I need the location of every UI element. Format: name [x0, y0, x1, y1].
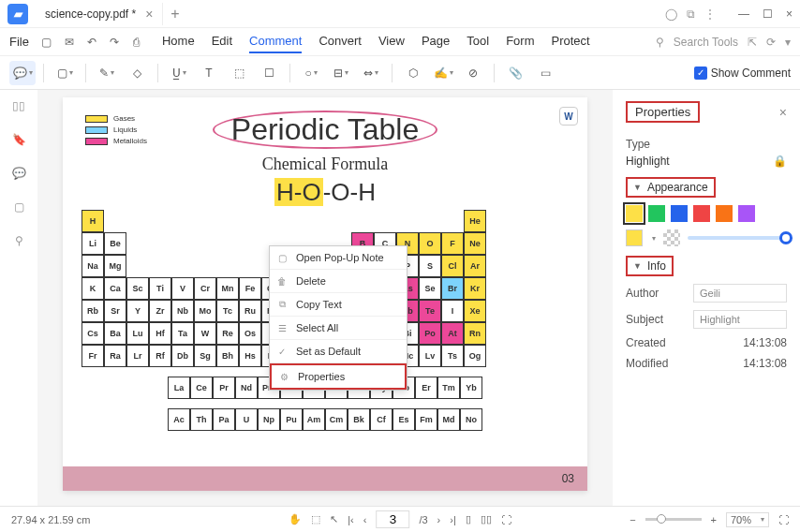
- thumbnails-icon[interactable]: ▯▯: [12, 99, 25, 112]
- attachment-icon[interactable]: ▢: [14, 200, 24, 214]
- annotation-icon[interactable]: 💬: [12, 167, 26, 180]
- bookmark-icon[interactable]: 🔖: [12, 133, 26, 146]
- stamp-tool-icon[interactable]: ⬡: [400, 61, 426, 85]
- document-area[interactable]: W Gases Liquids Metalloids Periodic Tabl…: [37, 90, 613, 513]
- cm-copy-text[interactable]: ⧉Copy Text: [270, 293, 407, 317]
- subject-input[interactable]: [693, 310, 787, 329]
- highlight-annotation[interactable]: H-O: [274, 178, 323, 206]
- tab-tool[interactable]: Tool: [467, 30, 489, 53]
- trash-icon: 🗑: [275, 274, 289, 288]
- info-header[interactable]: ▼Info: [626, 256, 674, 276]
- file-menu[interactable]: File: [9, 35, 29, 49]
- tab-edit[interactable]: Edit: [212, 30, 232, 53]
- tab-home[interactable]: Home: [162, 30, 195, 53]
- prev-page-icon[interactable]: ‹: [363, 514, 367, 525]
- color-yellow[interactable]: [626, 205, 643, 222]
- shape-tool-icon[interactable]: ○▾: [298, 61, 324, 85]
- slider-thumb[interactable]: [779, 231, 793, 244]
- link-tool-icon[interactable]: ⊘: [460, 61, 486, 85]
- tab-comment[interactable]: Comment: [249, 30, 302, 53]
- underline-tool-icon[interactable]: U̲▾: [166, 61, 192, 85]
- fullscreen-icon[interactable]: ⛶: [778, 514, 789, 525]
- author-input[interactable]: [693, 284, 787, 303]
- search-placeholder[interactable]: Search Tools: [674, 36, 738, 49]
- undo-icon[interactable]: ↶: [83, 34, 100, 51]
- search-icon[interactable]: ⚲: [656, 36, 664, 49]
- opacity-slider[interactable]: [688, 236, 787, 240]
- show-comment-toggle[interactable]: ✓ Show Comment: [694, 66, 791, 80]
- chevron-down-icon[interactable]: ▾: [652, 234, 656, 243]
- next-page-icon[interactable]: ›: [437, 514, 441, 525]
- zoom-in-icon[interactable]: +: [711, 514, 717, 525]
- mail-icon[interactable]: ✉: [61, 34, 78, 51]
- cloud-icon[interactable]: ◯: [665, 7, 677, 21]
- tab-form[interactable]: Form: [506, 30, 534, 53]
- tab-convert[interactable]: Convert: [319, 30, 362, 53]
- copy-icon[interactable]: ⧉: [687, 7, 695, 21]
- redo-icon[interactable]: ↷: [106, 34, 123, 51]
- fit-width-icon[interactable]: ⛶: [501, 514, 511, 525]
- tab-protect[interactable]: Protect: [551, 30, 589, 53]
- type-value: Highlight: [626, 155, 670, 168]
- print-icon[interactable]: ⎙: [128, 34, 145, 51]
- help-icon[interactable]: ▾: [785, 36, 791, 49]
- minimize-icon[interactable]: —: [738, 7, 749, 21]
- search-panel-icon[interactable]: ⚲: [15, 234, 23, 247]
- page-input[interactable]: [376, 510, 409, 528]
- kebab-icon[interactable]: ⋮: [704, 7, 716, 21]
- zoom-slider[interactable]: [645, 518, 702, 521]
- appearance-header[interactable]: ▼Appearance: [626, 177, 716, 198]
- continuous-view-icon[interactable]: ▯▯: [481, 513, 492, 525]
- cm-select-all[interactable]: ☰Select All: [270, 317, 407, 340]
- color-green[interactable]: [648, 205, 665, 222]
- arrow-tool-icon[interactable]: ↖: [330, 513, 338, 525]
- signature-tool-icon[interactable]: ✍▾: [430, 61, 456, 85]
- share-icon[interactable]: ⇱: [748, 36, 757, 49]
- close-window-icon[interactable]: ×: [786, 7, 793, 21]
- save-icon[interactable]: ▢: [38, 34, 55, 51]
- color-purple[interactable]: [738, 205, 755, 222]
- color-blue[interactable]: [671, 205, 688, 222]
- distance-tool-icon[interactable]: ⇔▾: [358, 61, 384, 85]
- tab-view[interactable]: View: [378, 30, 405, 53]
- lock-icon[interactable]: 🔒: [773, 155, 787, 168]
- document-tab[interactable]: science-copy.pdf * ×: [36, 3, 163, 25]
- color-red[interactable]: [693, 205, 710, 222]
- callout-tool-icon[interactable]: ☐: [256, 61, 282, 85]
- single-view-icon[interactable]: ▯: [466, 513, 471, 525]
- zoom-out-icon[interactable]: −: [630, 514, 635, 525]
- zoom-select[interactable]: 70%▾: [726, 512, 769, 527]
- cloud-sync-icon[interactable]: ⟳: [766, 36, 776, 49]
- transparency-icon[interactable]: [663, 229, 680, 246]
- text-tool-icon[interactable]: T: [196, 61, 222, 85]
- close-panel-icon[interactable]: ×: [779, 105, 787, 120]
- hand-tool-icon[interactable]: ✋: [289, 513, 302, 525]
- tab-page[interactable]: Page: [422, 30, 450, 53]
- fill-preview[interactable]: [626, 229, 643, 246]
- cm-open-popup[interactable]: ▢Open Pop-Up Note: [270, 246, 407, 270]
- add-tab-icon[interactable]: +: [170, 6, 179, 22]
- app-icon: ▰: [7, 4, 28, 24]
- first-page-icon[interactable]: |‹: [348, 514, 354, 525]
- textbox-tool-icon[interactable]: ⬚: [226, 61, 252, 85]
- element-Fm: Fm: [415, 408, 437, 431]
- cm-delete[interactable]: 🗑Delete: [270, 270, 407, 293]
- maximize-icon[interactable]: ☐: [763, 7, 773, 21]
- element-Ac: Ac: [168, 408, 190, 431]
- select-tool-icon[interactable]: ⬚: [311, 513, 320, 525]
- element-Bh: Bh: [216, 345, 239, 367]
- legend: Gases Liquids Metalloids: [85, 114, 147, 148]
- pencil-tool-icon[interactable]: ✎▾: [94, 61, 120, 85]
- eraser-tool-icon[interactable]: ◇: [124, 61, 150, 85]
- note-tool-icon[interactable]: ▢▾: [52, 61, 78, 85]
- attach-tool-icon[interactable]: 📎: [502, 61, 528, 85]
- close-tab-icon[interactable]: ×: [145, 7, 153, 22]
- word-export-icon[interactable]: W: [559, 107, 578, 126]
- measure-tool-icon[interactable]: ⊟▾: [328, 61, 354, 85]
- comment-tool-icon[interactable]: 💬▾: [9, 61, 36, 85]
- color-orange[interactable]: [716, 205, 733, 222]
- last-page-icon[interactable]: ›|: [450, 514, 456, 525]
- cm-properties[interactable]: ⚙Properties: [270, 363, 407, 390]
- hide-tool-icon[interactable]: ▭: [532, 61, 558, 85]
- cm-set-default[interactable]: ✓Set as Default: [270, 340, 407, 363]
